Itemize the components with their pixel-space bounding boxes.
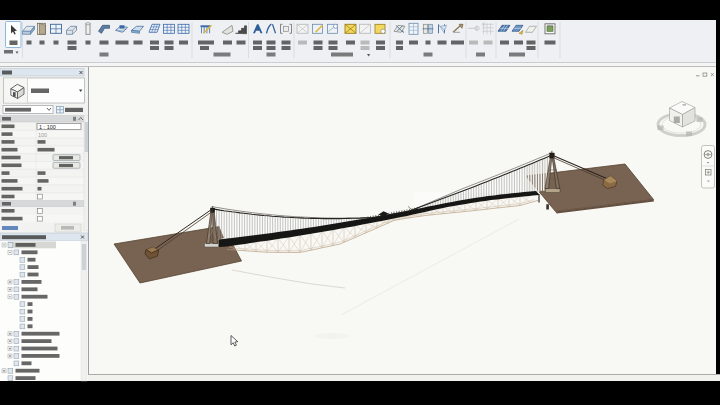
svg-text:100: 100 xyxy=(38,132,47,138)
svg-text:1 : 100: 1 : 100 xyxy=(39,124,56,130)
